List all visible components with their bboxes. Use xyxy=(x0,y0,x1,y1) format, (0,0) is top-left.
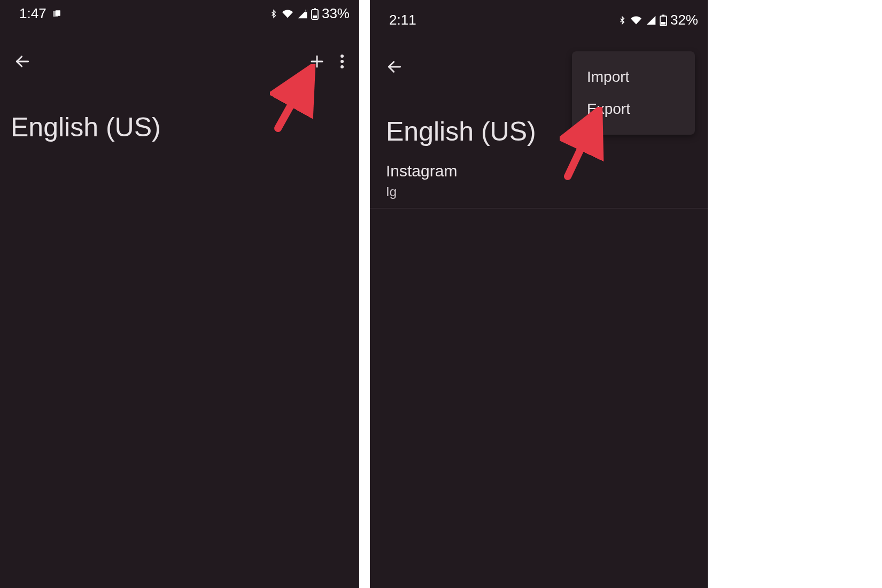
dictionary-entry[interactable]: Instagram Ig xyxy=(370,147,708,208)
svg-rect-1 xyxy=(55,10,60,16)
battery-icon xyxy=(660,14,667,26)
signal-icon: ! xyxy=(297,9,308,19)
svg-rect-16 xyxy=(662,14,664,16)
status-right: 32% xyxy=(618,12,698,28)
more-vertical-icon xyxy=(340,54,344,69)
overflow-menu-popup: Import Export xyxy=(572,51,695,135)
clock: 2:11 xyxy=(389,12,416,28)
arrow-left-icon xyxy=(14,53,31,70)
svg-point-12 xyxy=(341,65,344,68)
status-left: 1:47 xyxy=(19,5,61,22)
arrow-left-icon xyxy=(386,58,403,75)
back-button[interactable] xyxy=(10,49,35,74)
battery-percent: 33% xyxy=(322,5,350,22)
battery-percent: 32% xyxy=(670,12,698,28)
menu-item-export[interactable]: Export xyxy=(572,93,695,125)
svg-point-11 xyxy=(341,60,344,63)
plus-icon xyxy=(309,53,325,69)
entry-word: Instagram xyxy=(386,162,708,180)
bluetooth-icon xyxy=(269,8,278,20)
bluetooth-icon xyxy=(618,14,626,26)
entry-shortcut: Ig xyxy=(386,184,708,199)
page-title: English (US) xyxy=(0,80,359,143)
svg-text:!: ! xyxy=(305,9,306,12)
status-bar: 1:47 ! 33% xyxy=(0,0,359,27)
status-bar: 2:11 32% xyxy=(370,0,708,37)
clock: 1:47 xyxy=(19,5,47,22)
svg-point-10 xyxy=(341,55,344,58)
app-recent-icon xyxy=(52,9,61,19)
svg-rect-5 xyxy=(314,8,316,10)
status-right: ! 33% xyxy=(269,5,350,22)
add-button[interactable] xyxy=(309,53,325,69)
svg-rect-17 xyxy=(661,22,666,25)
back-button[interactable] xyxy=(382,54,407,80)
action-group xyxy=(309,53,344,69)
svg-rect-6 xyxy=(313,16,317,18)
signal-icon xyxy=(646,15,656,26)
screenshot-right: 2:11 32% English (US) Instagram Ig Impor… xyxy=(370,0,708,588)
screenshot-left: 1:47 ! 33% English (US) xyxy=(0,0,359,588)
app-bar xyxy=(0,27,359,80)
status-left: 2:11 xyxy=(389,12,416,28)
wifi-icon xyxy=(281,9,294,19)
menu-item-import[interactable]: Import xyxy=(572,61,695,93)
battery-icon xyxy=(311,8,319,20)
overflow-menu-button[interactable] xyxy=(340,54,344,69)
wifi-icon xyxy=(630,15,643,26)
